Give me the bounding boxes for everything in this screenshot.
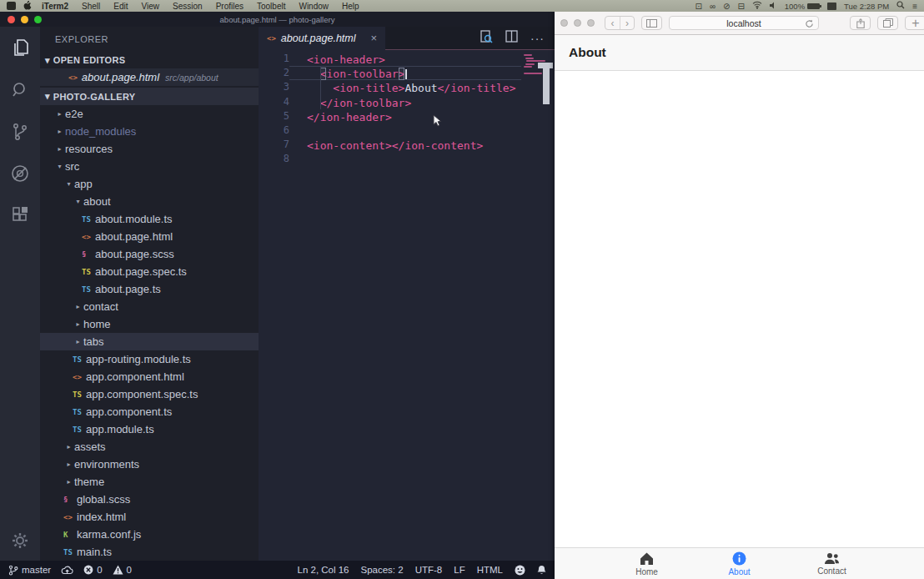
zoom-window-button[interactable] — [587, 19, 595, 27]
status-item-html[interactable]: HTML — [477, 565, 503, 575]
tree-item-about.page.scss[interactable]: §about.page.scss — [40, 245, 259, 263]
settings-gear-icon[interactable] — [10, 531, 30, 551]
status-item-ln-2-col-16[interactable]: Ln 2, Col 16 — [298, 565, 349, 575]
close-window-button[interactable] — [8, 16, 15, 23]
volume-icon[interactable] — [770, 2, 777, 11]
tree-item-about[interactable]: ▾about — [40, 193, 259, 210]
screenshot-icon[interactable]: ⊡ — [695, 2, 701, 11]
new-tab-button[interactable]: + — [905, 16, 924, 30]
open-preview-icon[interactable] — [480, 30, 493, 47]
notification-center-icon[interactable]: ≡ — [912, 2, 917, 11]
wifi-icon[interactable] — [752, 1, 762, 11]
more-actions-icon[interactable]: ··· — [530, 32, 545, 45]
back-button[interactable]: ‹ — [605, 17, 620, 29]
page-tab-home[interactable]: Home — [600, 551, 693, 576]
tree-item-assets[interactable]: ▸assets — [40, 438, 259, 456]
tree-item-about.page.spec.ts[interactable]: TSabout.page.spec.ts — [40, 263, 259, 280]
search-icon[interactable] — [10, 80, 30, 100]
code-line-6[interactable]: 6 — [259, 123, 555, 138]
tree-item-about.module.ts[interactable]: TSabout.module.ts — [40, 210, 259, 228]
zoom-window-button[interactable] — [34, 16, 42, 23]
tab-overview-icon[interactable] — [877, 16, 898, 30]
tree-item-node_modules[interactable]: ▸node_modules — [40, 123, 259, 140]
tree-item-e2e[interactable]: ▸e2e — [40, 105, 259, 123]
input-source-icon[interactable] — [827, 3, 836, 10]
close-window-button[interactable] — [560, 19, 568, 27]
dnd-icon[interactable]: ⊘ — [723, 2, 730, 11]
code-line-3[interactable]: 3 <ion-title>About</ion-title> — [259, 80, 555, 94]
tree-item-src[interactable]: ▾src — [40, 158, 259, 175]
tree-item-app-routing.module.ts[interactable]: TSapp-routing.module.ts — [40, 350, 259, 368]
page-tab-contact[interactable]: Contact — [786, 552, 878, 576]
menu-item-view[interactable]: View — [135, 2, 167, 11]
menu-item-iterm2[interactable]: iTerm2 — [35, 2, 75, 11]
reload-icon[interactable] — [805, 19, 814, 30]
tree-item-contact[interactable]: ▸contact — [40, 298, 259, 315]
status-item-smiley[interactable] — [515, 565, 525, 576]
share-icon[interactable] — [850, 16, 871, 30]
tree-item-main.ts[interactable]: TSmain.ts — [40, 543, 259, 561]
battery-indicator[interactable]: 100% — [785, 2, 820, 11]
menu-item-session[interactable]: Session — [166, 2, 209, 11]
tree-item-about.page.ts[interactable]: TSabout.page.ts — [40, 280, 259, 298]
glasses-icon[interactable]: ∞ — [710, 2, 716, 11]
menu-item-help[interactable]: Help — [335, 2, 366, 11]
code-line-7[interactable]: 7<ion-content></ion-content> — [259, 138, 555, 152]
split-editor-icon[interactable] — [505, 30, 518, 46]
tree-item-theme[interactable]: ▸theme — [40, 473, 259, 491]
spotlight-search-icon[interactable] — [896, 1, 905, 11]
status-item-spaces-2[interactable]: Spaces: 2 — [361, 565, 404, 575]
status-item-git-branch[interactable]: master — [8, 565, 51, 576]
project-header[interactable]: ▾ PHOTO-GALLERY — [40, 88, 259, 105]
sidebar-toggle-button[interactable] — [641, 16, 662, 30]
code-line-4[interactable]: 4 </ion-toolbar> — [259, 95, 555, 109]
vscode-titlebar[interactable]: about.page.html — photo-gallery — [0, 12, 555, 27]
menu-item-profiles[interactable]: Profiles — [209, 2, 250, 11]
scrollbar-thumb[interactable] — [543, 63, 550, 104]
tree-item-app.component.spec.ts[interactable]: TSapp.component.spec.ts — [40, 385, 259, 403]
page-tab-about[interactable]: About — [693, 551, 786, 576]
status-item-cloud-upload[interactable] — [61, 565, 73, 575]
tree-item-index.html[interactable]: <>index.html — [40, 508, 259, 526]
tree-item-app.module.ts[interactable]: TSapp.module.ts — [40, 420, 259, 438]
menu-item-shell[interactable]: Shell — [75, 2, 107, 11]
status-item-warning[interactable]: 0 — [113, 565, 132, 575]
tree-item-tabs[interactable]: ▸tabs — [40, 333, 259, 350]
code-line-2[interactable]: 2 <ion-toolbar> — [259, 66, 555, 80]
tree-item-app.component.ts[interactable]: TSapp.component.ts — [40, 403, 259, 420]
explorer-icon[interactable] — [10, 38, 30, 58]
status-item-utf-8[interactable]: UTF-8 — [415, 565, 443, 575]
menu-item-edit[interactable]: Edit — [107, 2, 134, 11]
status-item-error[interactable]: 0 — [83, 565, 102, 575]
open-editors-header[interactable]: ▾ OPEN EDITORS — [40, 52, 259, 68]
menu-item-toolbelt[interactable]: Toolbelt — [250, 2, 292, 11]
tree-item-home[interactable]: ▸home — [40, 315, 259, 333]
status-item-lf[interactable]: LF — [454, 565, 465, 575]
menubar-clock[interactable]: Tue 2:28 PM — [844, 2, 889, 11]
code-line-8[interactable]: 8 — [259, 152, 555, 166]
minimize-window-button[interactable] — [574, 19, 581, 27]
tree-item-global.scss[interactable]: §global.scss — [40, 491, 259, 508]
address-bar[interactable]: localhost — [669, 16, 819, 30]
menu-item-window[interactable]: Window — [292, 2, 335, 11]
close-tab-icon[interactable]: × — [370, 32, 377, 44]
minimize-window-button[interactable] — [21, 16, 28, 23]
code-line-5[interactable]: 5</ion-header> — [259, 109, 555, 123]
code-line-1[interactable]: 1<ion-header> — [259, 52, 555, 66]
tree-item-about.page.html[interactable]: <>about.page.html — [40, 228, 259, 245]
tree-item-resources[interactable]: ▸resources — [40, 140, 259, 158]
status-item-bell[interactable] — [537, 565, 546, 576]
code-area[interactable]: 1<ion-header>2 <ion-toolbar>3 <ion-title… — [259, 52, 555, 561]
tree-item-environments[interactable]: ▸environments — [40, 456, 259, 473]
open-editor-item[interactable]: <> about.page.html src/app/about — [40, 68, 259, 86]
tree-item-app.component.html[interactable]: <>app.component.html — [40, 368, 259, 385]
extensions-icon[interactable] — [10, 205, 30, 225]
source-control-icon[interactable] — [10, 122, 30, 142]
apple-menu-icon[interactable] — [23, 1, 32, 11]
tree-item-app[interactable]: ▾app — [40, 175, 259, 193]
tab-about-page-html[interactable]: <> about.page.html × — [259, 27, 385, 50]
tree-item-karma.conf.js[interactable]: Kkarma.conf.js — [40, 526, 259, 543]
forward-button[interactable]: › — [620, 17, 634, 29]
debug-icon[interactable] — [10, 164, 30, 184]
display-icon[interactable]: ⊟ — [737, 2, 744, 11]
